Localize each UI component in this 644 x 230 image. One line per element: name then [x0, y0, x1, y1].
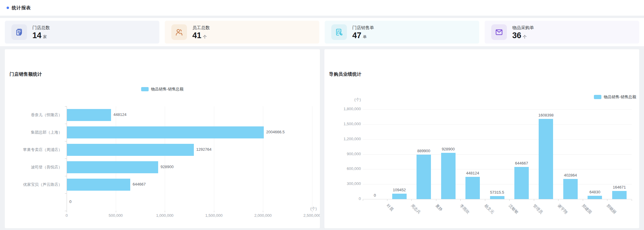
bar[interactable] — [514, 167, 529, 199]
axis-tick — [509, 199, 510, 201]
value-label: 64830 — [574, 190, 616, 194]
gridline — [363, 199, 632, 199]
bar[interactable] — [441, 153, 456, 199]
stat-value: 41 — [192, 32, 201, 40]
axis-tick — [65, 106, 67, 107]
bar[interactable] — [67, 144, 194, 156]
axis-tick — [387, 199, 387, 201]
axis-tick-label: 1,200,000 — [331, 137, 361, 141]
axis-tick-label: 1,000,000 — [147, 213, 183, 218]
legend-label: 物品销售-销售总额 — [604, 94, 636, 100]
store-sales-chart: 门店销售额统计 物品销售-销售总额 0500,0001,000,0001,500… — [5, 49, 320, 228]
legend-label: 物品销售-销售总额 — [151, 86, 183, 92]
gridline — [363, 184, 632, 184]
axis-tick-label: 500,000 — [98, 213, 134, 218]
category-label: 谢宇翔 — [556, 203, 568, 215]
gridline — [363, 169, 632, 169]
axis-tick — [65, 159, 67, 159]
axis-tick — [583, 199, 583, 201]
stat-unit: 家 — [43, 34, 47, 40]
axis-tick — [263, 211, 263, 212]
bar[interactable] — [67, 179, 130, 191]
stat-card-text: 员工总数 41 个 — [192, 25, 210, 40]
legend-item[interactable]: 物品销售-销售总额 — [594, 94, 636, 100]
axis-tick-label: 1,500,000 — [331, 122, 361, 126]
gridline — [363, 154, 632, 155]
stat-value: 14 — [32, 32, 41, 40]
category-label: 郑晓丽 — [605, 203, 617, 215]
legend-item[interactable]: 物品销售-销售总额 — [141, 86, 183, 92]
bar[interactable] — [417, 155, 431, 199]
stat-unit: 单 — [363, 34, 367, 40]
category-label: 周志兵 — [410, 203, 422, 215]
stat-unit: 个 — [523, 34, 527, 40]
stat-unit: 个 — [203, 34, 207, 40]
gridline — [363, 139, 632, 140]
value-label: 644667 — [501, 161, 543, 165]
staff-icon — [171, 24, 187, 40]
value-label: 928900 — [427, 147, 469, 151]
stats-panel: 门店总数 14 家 员工总数 41 个 — [0, 18, 644, 46]
title-bullet-icon — [7, 7, 9, 9]
bar[interactable] — [392, 194, 407, 199]
stat-card-stores: 门店总数 14 家 — [5, 21, 159, 44]
value-label: 402864 — [549, 173, 591, 177]
axis-tick — [411, 199, 412, 201]
bar[interactable] — [67, 161, 158, 173]
axis-tick — [363, 199, 363, 201]
gridline — [165, 106, 165, 211]
bar[interactable] — [67, 126, 264, 138]
axis-tick — [65, 176, 67, 176]
value-label: 0 — [69, 199, 71, 204]
bar[interactable] — [67, 109, 111, 121]
stat-card-text: 门店销售单 47 单 — [352, 25, 374, 40]
value-label: 164671 — [598, 185, 639, 189]
bar[interactable] — [465, 177, 480, 199]
stat-card-purchase-orders: 物品采购单 36 个 — [485, 21, 639, 44]
axis-tick-label: 600,000 — [331, 166, 361, 171]
stat-value: 36 — [512, 32, 521, 40]
category-label: 沈敏敏 — [507, 203, 519, 215]
gridline — [363, 124, 632, 125]
value-label: 2004666.5 — [266, 130, 284, 134]
value-label: 57315.5 — [476, 190, 518, 195]
category-label: 叶晨 — [385, 203, 395, 212]
page-title: 统计报表 — [12, 5, 31, 11]
bar[interactable] — [563, 179, 578, 199]
value-label: 644667 — [133, 182, 146, 186]
stat-label: 员工总数 — [192, 25, 210, 31]
legend-swatch-icon — [594, 95, 601, 99]
axis-tick-label: 900,000 — [331, 152, 361, 156]
sales-order-icon — [331, 24, 347, 40]
stat-label: 门店销售单 — [352, 25, 374, 31]
gridline — [214, 106, 214, 211]
store-report-icon — [11, 24, 27, 40]
bar[interactable] — [539, 119, 553, 199]
axis-tick — [67, 211, 67, 212]
page-header: 统计报表 — [0, 0, 644, 16]
value-label: 928900 — [161, 165, 173, 169]
stat-card-text: 门店总数 14 家 — [32, 25, 50, 40]
stat-value: 47 — [352, 32, 361, 40]
guide-performance-chart: 导购员业绩统计 物品销售-销售总额 1,800,0001,500,0001,20… — [324, 49, 639, 228]
axis-tick — [632, 199, 632, 201]
axis-tick — [65, 124, 67, 124]
value-label: 1608398 — [525, 113, 567, 117]
axis-unit-label: (个) — [337, 97, 361, 102]
chart-title: 导购员业绩统计 — [329, 71, 362, 77]
bar[interactable] — [588, 196, 602, 199]
axis-tick-label: 1,800,000 — [331, 107, 361, 111]
bar[interactable] — [490, 196, 504, 199]
stat-card-text: 物品采购单 36 个 — [512, 25, 534, 40]
category-label: 夏静 — [434, 203, 444, 212]
axis-tick-label: 0 — [49, 213, 85, 218]
axis-tick-label: 2,500,000 — [294, 213, 320, 218]
category-label: 集团总部（上海） — [5, 130, 62, 135]
axis-tick-label: 1,500,000 — [196, 213, 232, 218]
category-label: 李雨欣 — [459, 203, 471, 215]
value-label: 448124 — [452, 171, 494, 175]
axis-tick — [116, 211, 116, 212]
gridline — [312, 106, 312, 211]
bar[interactable] — [612, 191, 627, 199]
legend-swatch-icon — [141, 87, 149, 91]
